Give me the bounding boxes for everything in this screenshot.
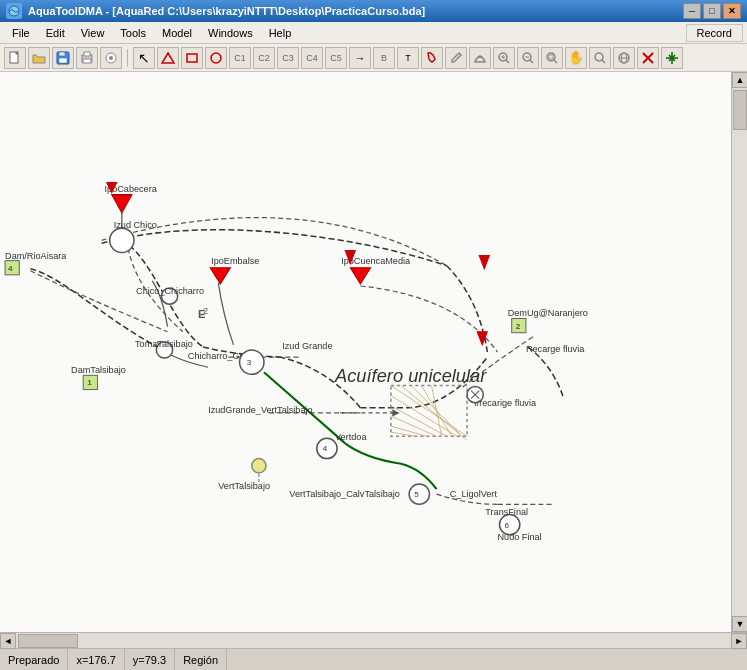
svg-rect-34 [0,83,731,621]
triangle-tool[interactable] [157,47,179,69]
svg-text:irrecarige fluvia: irrecarige fluvia [474,398,537,408]
svg-text:4: 4 [323,444,328,453]
menu-model[interactable]: Model [154,22,200,43]
window-controls[interactable]: ─ □ ✕ [683,3,741,19]
zoom-in-tool[interactable] [493,47,515,69]
vertical-scrollbar[interactable]: ▲ ▼ [731,72,747,632]
svg-text:Recarge fluvia: Recarge fluvia [526,344,585,354]
window-title: AquaToolDMA - [AquaRed C:\Users\krazyiNT… [28,5,683,17]
menu-edit[interactable]: Edit [38,22,73,43]
hand-tool[interactable]: ✋ [565,47,587,69]
svg-text:IzudGrande_VertTalsibajo: IzudGrande_VertTalsibajo [208,405,313,415]
preview-button[interactable] [100,47,122,69]
svg-point-23 [595,53,603,61]
menu-help[interactable]: Help [261,22,300,43]
svg-line-18 [530,60,533,63]
zoom-reset-tool[interactable] [589,47,611,69]
y-coordinate: y=79.3 [125,649,175,670]
circle-tool[interactable] [205,47,227,69]
toolbar-row1: ↖ C1 C2 C3 C4 C5 → B T ✋ [0,44,747,72]
svg-rect-7 [83,59,91,63]
svg-text:5: 5 [414,490,419,499]
svg-point-12 [211,53,221,63]
svg-text:Dam/RioAisara: Dam/RioAisara [5,251,67,261]
scroll-up-button[interactable]: ▲ [732,72,747,88]
save-button[interactable] [52,47,74,69]
rect-tool[interactable] [181,47,203,69]
status-label: Preparado [8,654,59,666]
toolbar-separator1 [127,49,128,67]
svg-text:DamTalsibajo: DamTalsibajo [71,365,126,375]
svg-text:1: 1 [87,379,92,388]
svg-text:3: 3 [247,358,252,367]
scroll-track-h[interactable] [16,633,731,648]
region-text: Región [183,654,218,666]
scroll-down-button[interactable]: ▼ [732,616,747,632]
open-button[interactable] [28,47,50,69]
network-diagram: IpoCabecera IpoEmbalse IpoCuencaMedia Da… [0,72,731,632]
svg-point-9 [109,56,113,60]
scroll-right-button[interactable]: ► [731,633,747,649]
svg-line-14 [506,60,509,63]
pencil-tool[interactable] [445,47,467,69]
svg-text:C_LigolVert: C_LigolVert [450,489,498,499]
canvas-area[interactable]: IpoCabecera IpoEmbalse IpoCuencaMedia Da… [0,72,731,632]
c3-tool[interactable]: C3 [277,47,299,69]
menu-view[interactable]: View [73,22,113,43]
menu-tools[interactable]: Tools [112,22,154,43]
svg-text:Chico_Chicharro: Chico_Chicharro [136,286,204,296]
horizontal-scrollbar-row: ◄ ► [0,632,747,648]
crosshair-tool[interactable] [661,47,683,69]
zoom-out-tool[interactable] [517,47,539,69]
svg-point-58 [240,350,264,374]
svg-text:4: 4 [8,264,13,273]
main-area: IpoCabecera IpoEmbalse IpoCuencaMedia Da… [0,72,747,632]
print-button[interactable] [76,47,98,69]
c5-tool[interactable]: C5 [325,47,347,69]
svg-rect-4 [59,58,67,63]
svg-text:Izud Chico: Izud Chico [114,220,157,230]
svg-text:Nudo Final: Nudo Final [497,532,541,542]
paint-tool[interactable] [421,47,443,69]
svg-text:VertTalsibajo_CalvTalsibajo: VertTalsibajo_CalvTalsibajo [289,489,400,499]
svg-text:VertTalsibajo: VertTalsibajo [218,481,270,491]
menu-windows[interactable]: Windows [200,22,261,43]
svg-text:Vertdoa: Vertdoa [335,432,367,442]
eraser-tool[interactable] [469,47,491,69]
svg-text:Izud Grande: Izud Grande [282,341,332,351]
c1-tool[interactable]: C1 [229,47,251,69]
t-tool[interactable]: T [397,47,419,69]
svg-rect-6 [84,52,90,56]
scroll-track-v[interactable] [732,88,747,616]
arrow2-tool[interactable]: → [349,47,371,69]
svg-marker-10 [162,53,174,63]
close-button[interactable]: ✕ [723,3,741,19]
scroll-thumb-h[interactable] [18,634,78,648]
globe-tool[interactable] [613,47,635,69]
app-icon [6,3,22,19]
y-coord-label: y=79.3 [133,654,166,666]
svg-line-24 [602,60,605,63]
svg-text:IpoEmbalse: IpoEmbalse [211,256,259,266]
svg-text:TomaTalsibajo: TomaTalsibajo [135,339,193,349]
svg-point-51 [110,228,134,252]
svg-point-20 [547,53,555,61]
new-button[interactable] [4,47,26,69]
delete-tool[interactable] [637,47,659,69]
menu-bar: File Edit View Tools Model Windows Help … [0,22,747,44]
zoom-area-tool[interactable] [541,47,563,69]
minimize-button[interactable]: ─ [683,3,701,19]
c4-tool[interactable]: C4 [301,47,323,69]
svg-text:2: 2 [203,306,208,316]
arrow-tool[interactable]: ↖ [133,47,155,69]
svg-text:DemUg@Naranjero: DemUg@Naranjero [508,308,588,318]
scroll-left-button[interactable]: ◄ [0,633,16,649]
c2-tool[interactable]: C2 [253,47,275,69]
record-button[interactable]: Record [686,24,743,42]
svg-rect-11 [187,54,197,62]
menu-file[interactable]: File [4,22,38,43]
maximize-button[interactable]: □ [703,3,721,19]
b-tool[interactable]: B [373,47,395,69]
scroll-thumb-v[interactable] [733,90,747,130]
svg-text:2: 2 [516,322,521,331]
